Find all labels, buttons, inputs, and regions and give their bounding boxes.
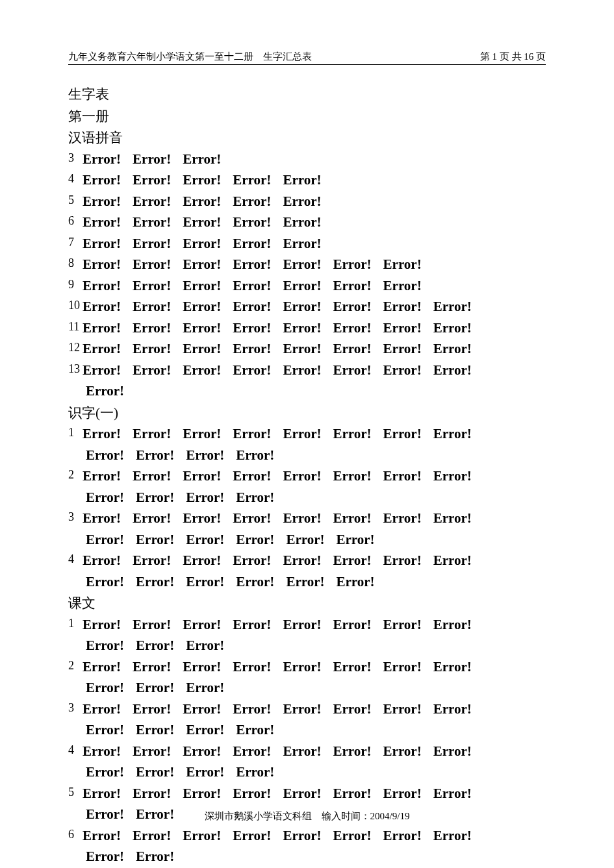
kewen-row-cont: Error!Error!Error!Error! [68, 762, 546, 783]
error-text: Error! [83, 743, 121, 759]
error-text: Error! [183, 828, 221, 843]
header-pagination: 第 1 页 共 16 页 [480, 51, 546, 63]
error-text: Error! [283, 743, 321, 759]
error-text: Error! [83, 786, 121, 801]
error-text: Error! [236, 764, 274, 780]
error-text: Error! [133, 786, 171, 801]
error-text: Error! [333, 786, 371, 801]
error-text: Error! [183, 341, 221, 356]
error-text: Error! [86, 849, 124, 864]
error-text: Error! [133, 320, 171, 336]
error-text: Error! [383, 468, 422, 484]
error-text: Error! [333, 617, 371, 632]
error-text: Error! [433, 299, 472, 314]
error-text: Error! [136, 849, 174, 864]
error-text: Error! [333, 320, 371, 336]
error-text: Error! [133, 701, 171, 717]
error-text: Error! [383, 362, 422, 378]
error-text: Error! [283, 214, 321, 230]
error-text: Error! [136, 680, 174, 695]
pinyin-row: 6Error!Error!Error!Error!Error! [68, 212, 546, 233]
error-text: Error! [283, 278, 321, 293]
error-text: Error! [133, 362, 171, 378]
error-text: Error! [383, 786, 422, 801]
error-text: Error! [283, 341, 321, 356]
error-text: Error! [233, 278, 271, 293]
kewen-row-cont: Error!Error!Error!Error! [68, 720, 546, 741]
error-text: Error! [183, 172, 221, 188]
kewen-row-cont: Error!Error!Error! [68, 636, 546, 656]
error-text: Error! [236, 574, 274, 589]
row-number: 8 [68, 254, 83, 272]
error-text: Error! [83, 341, 121, 356]
error-text: Error! [333, 468, 371, 484]
pinyin-row: 11Error!Error!Error!Error!Error!Error!Er… [68, 318, 546, 339]
error-text: Error! [236, 447, 274, 463]
error-text: Error! [133, 743, 171, 759]
error-text: Error! [283, 659, 321, 675]
error-text: Error! [233, 214, 271, 230]
error-text: Error! [333, 743, 371, 759]
error-text: Error! [86, 722, 124, 738]
error-text: Error! [433, 510, 472, 526]
heading-kewen: 课文 [68, 593, 546, 614]
error-text: Error! [133, 659, 171, 675]
row-number: 2 [68, 466, 83, 484]
error-text: Error! [233, 172, 271, 188]
heading-volume-1: 第一册 [68, 106, 546, 127]
error-text: Error! [86, 490, 124, 505]
kewen-row: 3Error!Error!Error!Error!Error!Error!Err… [68, 699, 546, 720]
page-header: 九年义务教育六年制小学语文第一至十二册 生字汇总表 第 1 页 共 16 页 [68, 51, 546, 65]
error-text: Error! [336, 532, 374, 547]
error-text: Error! [186, 574, 224, 589]
error-text: Error! [183, 510, 221, 526]
error-text: Error! [333, 828, 371, 843]
error-text: Error! [286, 532, 324, 547]
error-text: Error! [133, 341, 171, 356]
error-text: Error! [133, 510, 171, 526]
error-text: Error! [233, 617, 271, 632]
error-text: Error! [233, 362, 271, 378]
error-text: Error! [83, 468, 121, 484]
error-text: Error! [236, 722, 274, 738]
kewen-row: 4Error!Error!Error!Error!Error!Error!Err… [68, 741, 546, 762]
kewen-row: 5Error!Error!Error!Error!Error!Error!Err… [68, 784, 546, 804]
shizi-row: 4Error!Error!Error!Error!Error!Error!Err… [68, 551, 546, 571]
error-text: Error! [233, 320, 271, 336]
error-text: Error! [383, 617, 422, 632]
pinyin-row: 7Error!Error!Error!Error!Error! [68, 234, 546, 254]
error-text: Error! [233, 659, 271, 675]
error-text: Error! [83, 278, 121, 293]
error-text: Error! [333, 426, 371, 441]
error-text: Error! [433, 828, 472, 843]
error-text: Error! [283, 786, 321, 801]
error-text: Error! [136, 447, 174, 463]
pinyin-row: 12Error!Error!Error!Error!Error!Error!Er… [68, 339, 546, 360]
error-text: Error! [186, 447, 224, 463]
error-text: Error! [86, 447, 124, 463]
error-text: Error! [183, 743, 221, 759]
error-text: Error! [286, 574, 324, 589]
error-text: Error! [283, 510, 321, 526]
error-text: Error! [383, 743, 422, 759]
row-number: 2 [68, 657, 83, 675]
error-text: Error! [233, 828, 271, 843]
error-text: Error! [83, 256, 121, 272]
error-text: Error! [133, 617, 171, 632]
error-text: Error! [186, 680, 224, 695]
error-text: Error! [83, 320, 121, 336]
error-text: Error! [183, 659, 221, 675]
error-text: Error! [433, 468, 472, 484]
row-number: 13 [68, 360, 83, 378]
error-text: Error! [383, 659, 422, 675]
row-number: 1 [68, 424, 83, 441]
row-number: 4 [68, 551, 83, 568]
error-text: Error! [383, 256, 422, 272]
pinyin-row: 8Error!Error!Error!Error!Error!Error!Err… [68, 254, 546, 275]
row-number: 1 [68, 615, 83, 632]
error-text: Error! [383, 341, 422, 356]
document-body: 生字表 第一册 汉语拼音 3Error!Error!Error!4Error!E… [68, 84, 546, 868]
row-number: 9 [68, 276, 83, 293]
error-text: Error! [383, 278, 422, 293]
error-text: Error! [83, 828, 121, 843]
